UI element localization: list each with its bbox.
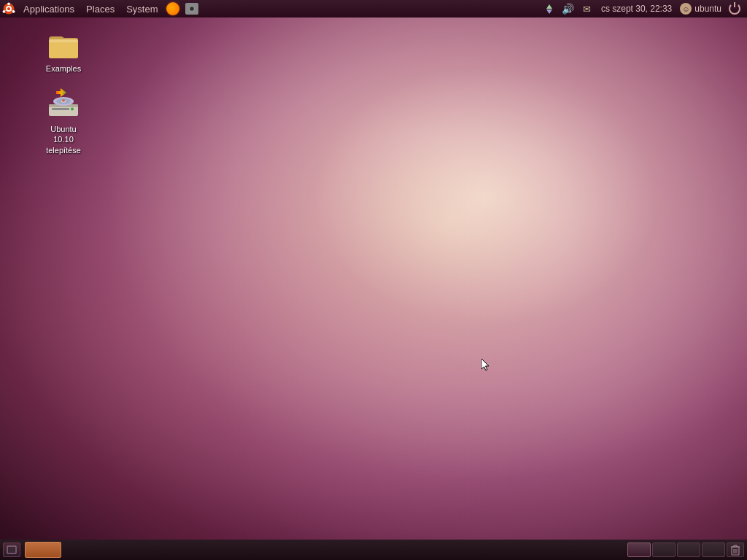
system-menu[interactable]: System [120, 0, 163, 18]
panel-left: Applications Places System [0, 0, 201, 18]
camera-icon [185, 3, 198, 15]
places-menu[interactable]: Places [80, 0, 120, 18]
taskbar-window-button[interactable] [25, 542, 61, 558]
examples-label: Examples [44, 63, 83, 74]
svg-rect-13 [52, 108, 69, 110]
svg-point-4 [3, 10, 6, 13]
installer-icon-image [46, 87, 81, 122]
network-icon [543, 3, 555, 15]
svg-point-2 [7, 2, 10, 5]
bottom-panel [0, 540, 747, 560]
mouse-cursor [481, 359, 490, 372]
ubuntu-install-label: Ubuntu 10.10 telepítése [37, 123, 90, 156]
applications-menu[interactable]: Applications [18, 0, 80, 18]
firefox-launcher[interactable] [163, 0, 182, 18]
desktop: Applications Places System [0, 0, 747, 560]
workspace-3-button[interactable] [677, 542, 700, 557]
workspace-4-button[interactable] [702, 542, 725, 557]
svg-rect-22 [9, 548, 15, 552]
workspace-2-button[interactable] [652, 542, 676, 557]
mail-tray-item[interactable]: ✉ [578, 0, 597, 18]
power-icon [729, 3, 740, 15]
firefox-icon [166, 2, 179, 15]
datetime-display[interactable]: cs szept 30, 22:33 [597, 0, 676, 18]
svg-marker-20 [56, 88, 66, 97]
user-account-tray[interactable]: ☺ ubuntu [676, 0, 725, 18]
top-panel: Applications Places System [0, 0, 747, 18]
show-desktop-button[interactable] [3, 542, 20, 557]
power-tray-item[interactable] [725, 0, 744, 18]
screenshot-launcher[interactable] [182, 0, 201, 18]
network-tray-item[interactable] [540, 0, 559, 18]
workspace-1-button[interactable] [627, 542, 651, 557]
bottom-right [627, 542, 744, 557]
ubuntu-logo-button[interactable] [0, 0, 18, 18]
folder-icon-image [46, 26, 81, 61]
svg-rect-11 [49, 106, 78, 116]
svg-point-3 [12, 10, 15, 13]
bottom-left [3, 542, 22, 557]
trash-button[interactable] [727, 542, 744, 557]
volume-tray-item[interactable]: 🔊 [559, 0, 578, 18]
panel-right: 🔊 ✉ cs szept 30, 22:33 ☺ ubuntu [540, 0, 747, 18]
svg-rect-10 [49, 39, 78, 42]
username-label: ubuntu [694, 4, 721, 14]
desktop-icon-examples[interactable]: Examples [34, 23, 93, 77]
svg-point-18 [62, 99, 65, 102]
mail-icon: ✉ [581, 3, 593, 15]
taskbar-middle [22, 542, 627, 558]
volume-icon: 🔊 [562, 3, 574, 15]
desktop-icon-ubuntu-install[interactable]: Ubuntu 10.10 telepítése [34, 84, 93, 159]
svg-point-14 [71, 108, 74, 111]
user-icon: ☺ [680, 3, 692, 15]
